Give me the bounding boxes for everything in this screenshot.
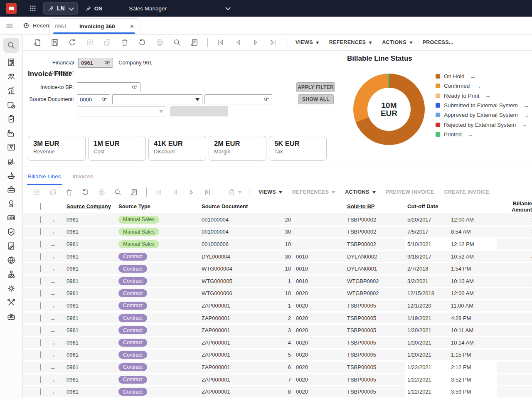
row-drill-arrow-icon[interactable]: →: [49, 327, 64, 334]
hamburger-menu-icon[interactable]: [5, 22, 13, 30]
tab-invoicing-360[interactable]: 0961 Invoicing 360 ✕: [49, 18, 140, 34]
table-row[interactable]: → 0961 Contract ZAP000001 8 0020 TSBP000…: [23, 386, 532, 399]
table-row[interactable]: → 0961 Contract WTG000005 1 0010 WTGBP00…: [23, 276, 532, 288]
row-drill-arrow-icon[interactable]: →: [49, 388, 64, 395]
table-row[interactable]: → 0961 Contract ZAP000001 6 0020 TSBP000…: [23, 362, 532, 374]
kpi-card[interactable]: 1M EUR Cost: [88, 136, 146, 161]
lookup-icon[interactable]: [263, 96, 269, 103]
row-drill-arrow-icon[interactable]: →: [49, 364, 64, 371]
report-icon[interactable]: [7, 58, 16, 67]
clipboard-icon[interactable]: [7, 114, 16, 123]
row-checkbox[interactable]: [40, 327, 41, 334]
row-checkbox[interactable]: [40, 315, 41, 322]
refresh-lines-icon[interactable]: [81, 188, 89, 196]
table-row[interactable]: → 0961 Contract ZAP000001 2 0020 TSBP000…: [23, 313, 532, 325]
table-row[interactable]: → 0961 Contract ZAP000001 1 0020 TSBP000…: [23, 300, 532, 313]
previous-page-icon[interactable]: [171, 188, 179, 196]
topbar-expand-chevron-icon[interactable]: [225, 5, 231, 10]
row-drill-arrow-icon[interactable]: →: [49, 376, 64, 383]
invoice-to-bp-field[interactable]: [77, 82, 140, 92]
app-grid-icon[interactable]: [29, 5, 37, 12]
note-icon[interactable]: [7, 241, 16, 251]
boat-icon[interactable]: [7, 171, 16, 180]
sales-chart-icon[interactable]: [7, 86, 16, 95]
row-drill-arrow-icon[interactable]: →: [49, 290, 64, 297]
tools-icon[interactable]: [7, 298, 16, 307]
row-checkbox[interactable]: [40, 228, 41, 235]
next-record-icon[interactable]: [251, 38, 260, 47]
show-all-button[interactable]: SHOW ALL: [298, 94, 334, 104]
table-row[interactable]: → 0961 Contract WTG000006 10 0020 WTGBP0…: [23, 288, 532, 300]
header-billable-amount[interactable]: Billable Amount: [497, 200, 532, 213]
legend-drill-arrow-icon[interactable]: →: [523, 112, 529, 118]
table-row[interactable]: → 0961 Contract ZAP000001 7 0020 TSBP000…: [23, 374, 532, 387]
row-checkbox[interactable]: [40, 241, 41, 248]
kpi-card[interactable]: 2M EUR Margin: [209, 136, 266, 161]
tab-close-icon[interactable]: ✕: [130, 23, 134, 30]
award-icon[interactable]: [7, 199, 16, 208]
new-line-icon[interactable]: [33, 188, 41, 196]
source-document-number-field[interactable]: [204, 94, 272, 104]
funnel-icon[interactable]: [7, 143, 16, 152]
previous-record-icon[interactable]: [234, 38, 242, 47]
table-row[interactable]: → 0961 Manual Sales 001000004 30 TSBP000…: [23, 227, 532, 239]
table-row[interactable]: → 0961 Contract DYL000004 30 0010 DYLAN0…: [23, 251, 532, 264]
header-cutoff-date[interactable]: Cut-off Date: [405, 199, 449, 214]
lookup-icon[interactable]: [104, 60, 110, 66]
save-close-icon[interactable]: [33, 38, 42, 47]
row-checkbox[interactable]: [40, 265, 41, 272]
shield-check-icon[interactable]: [7, 227, 16, 236]
row-checkbox[interactable]: [40, 216, 41, 223]
toolbox-icon[interactable]: [7, 185, 16, 194]
paste-menu[interactable]: [228, 188, 241, 196]
box-clock-icon[interactable]: [7, 100, 16, 109]
new-record-icon[interactable]: [86, 38, 94, 47]
infor-logo[interactable]: [6, 3, 17, 14]
org-chart-icon[interactable]: [7, 270, 16, 279]
kpi-card[interactable]: 41K EUR Discount: [148, 136, 206, 161]
legend-drill-arrow-icon[interactable]: →: [475, 83, 481, 89]
save-icon[interactable]: [51, 38, 59, 47]
row-drill-arrow-icon[interactable]: →: [49, 302, 64, 309]
next-page-icon[interactable]: [187, 188, 195, 196]
lines-references-menu[interactable]: REFERENCES: [292, 189, 335, 195]
tab-billable-lines[interactable]: Billable Lines: [28, 167, 61, 185]
actions-menu[interactable]: ACTIONS: [382, 39, 412, 46]
print-icon[interactable]: [155, 38, 164, 47]
export-icon[interactable]: [190, 38, 199, 47]
forklift-icon[interactable]: [7, 157, 16, 166]
select-all-checkbox[interactable]: [40, 203, 41, 210]
row-checkbox[interactable]: [40, 388, 41, 395]
preview-invoice-button[interactable]: PREVIEW INVOICE: [386, 189, 434, 195]
table-row[interactable]: → 0961 Contract ZAP000001 4 0020 TSBP000…: [23, 337, 532, 350]
row-drill-arrow-icon[interactable]: →: [49, 241, 64, 248]
header-source-company[interactable]: Source Company: [64, 203, 116, 209]
legend-drill-arrow-icon[interactable]: →: [467, 131, 473, 138]
print-lines-icon[interactable]: [98, 188, 106, 196]
row-checkbox[interactable]: [40, 253, 41, 260]
row-drill-arrow-icon[interactable]: →: [49, 253, 64, 260]
header-source-document[interactable]: Source Document: [200, 203, 272, 209]
row-drill-arrow-icon[interactable]: →: [49, 339, 64, 346]
briefcase-icon[interactable]: [7, 312, 16, 321]
app-switcher-os[interactable]: OS: [85, 5, 103, 12]
source-document-type-dropdown[interactable]: [112, 94, 202, 104]
legend-drill-arrow-icon[interactable]: →: [485, 92, 491, 99]
money-icon[interactable]: [7, 213, 16, 222]
row-checkbox[interactable]: [40, 278, 41, 285]
lines-actions-menu[interactable]: ACTIONS: [345, 189, 375, 195]
globe-icon[interactable]: [7, 256, 16, 265]
last-record-icon[interactable]: [269, 38, 277, 47]
table-row[interactable]: → 0961 Manual Sales 001000006 10 TSBP000…: [23, 239, 532, 251]
app-switcher-ln[interactable]: LN: [43, 2, 78, 15]
lookup-icon[interactable]: [131, 84, 138, 91]
header-source-type[interactable]: Source Type: [116, 203, 200, 209]
table-row[interactable]: → 0961 Contract WTG000004 10 0010 DYLAN0…: [23, 263, 532, 276]
row-drill-arrow-icon[interactable]: →: [49, 278, 64, 285]
row-drill-arrow-icon[interactable]: →: [49, 216, 64, 223]
table-row[interactable]: → 0961 Contract ZAP000001 5 0020 TSBP000…: [23, 350, 532, 362]
row-drill-arrow-icon[interactable]: →: [49, 315, 64, 322]
table-row[interactable]: → 0961 Manual Sales 001000004 20 TSBP000…: [23, 214, 532, 227]
people-icon[interactable]: [7, 72, 16, 81]
financial-company-field[interactable]: 0961: [78, 58, 113, 68]
